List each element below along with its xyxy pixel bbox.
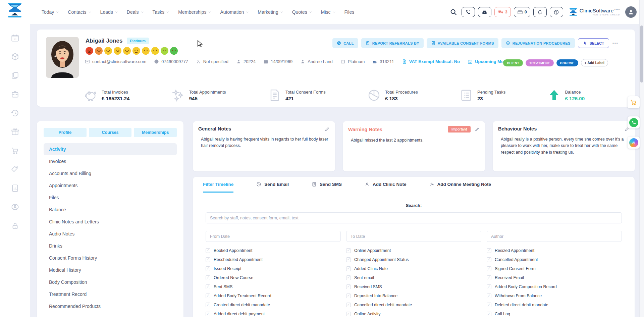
menu-item-drinks[interactable]: Drinks — [44, 240, 177, 252]
nav-deals[interactable]: Deals — [127, 9, 144, 15]
menu-item-treatment-record[interactable]: Treatment Record — [44, 288, 177, 300]
help-button[interactable] — [550, 7, 563, 17]
menu-item-body-composition[interactable]: Body Composition — [44, 276, 177, 288]
brand-logo[interactable]: ClinicSoftware.com TEN STEPS AHEAD — [569, 7, 620, 17]
filter-checkbox[interactable]: Received SMS — [346, 284, 481, 289]
account-owner[interactable]: Andree Land — [300, 59, 332, 64]
mood-7[interactable] — [142, 47, 150, 55]
tab-profile[interactable]: Profile — [44, 128, 87, 137]
mood-10[interactable] — [170, 47, 178, 55]
filter-checkbox[interactable]: Issued Receipt — [206, 266, 341, 271]
filter-checkbox[interactable]: Online Appointment — [346, 248, 481, 253]
call-button[interactable]: CALL — [332, 38, 358, 48]
cart-widget-button[interactable] — [628, 96, 640, 108]
menu-item-appointments[interactable]: Appointments — [44, 179, 177, 192]
filter-checkbox[interactable]: Deposited Into Balance — [346, 294, 481, 298]
user-avatar[interactable] — [625, 6, 637, 18]
inbox-button[interactable] — [478, 7, 491, 17]
report-referrals-button[interactable]: REPORT REFERRALS BY — [361, 38, 424, 48]
filter-checkbox[interactable]: Signed Consent Form — [487, 266, 622, 271]
to-date-input[interactable] — [346, 231, 481, 242]
ai-assistant-button[interactable]: AI — [628, 137, 640, 149]
filter-checkbox[interactable]: Online Activity — [346, 312, 481, 316]
nav-tasks[interactable]: Tasks — [153, 9, 170, 15]
rejuvenation-button[interactable]: REJUVENATION PROCEDURES — [501, 38, 575, 48]
menu-item-activity[interactable]: Activity — [44, 143, 177, 155]
mood-1[interactable] — [86, 47, 93, 55]
author-input[interactable] — [487, 231, 622, 242]
cart-icon[interactable] — [11, 146, 19, 155]
filter-checkbox[interactable]: Cancelled direct debit mandate — [346, 303, 481, 307]
mood-5[interactable] — [123, 47, 131, 55]
client-id[interactable]: 20224 — [236, 59, 256, 64]
lock-icon[interactable] — [11, 221, 19, 230]
filter-checkbox[interactable]: Added Clinic Note — [346, 266, 481, 271]
menu-item-accounts-billing[interactable]: Accounts and Billing — [44, 167, 177, 179]
search-icon[interactable] — [450, 8, 457, 16]
nav-marketing[interactable]: Marketing — [258, 9, 283, 15]
filter-checkbox[interactable]: Added Body Composition Record — [487, 284, 622, 289]
from-date-input[interactable] — [206, 231, 341, 242]
wallet-button[interactable]: 0 — [514, 7, 530, 17]
nav-quotes[interactable]: Quotes — [292, 9, 312, 15]
call-widget-button[interactable] — [628, 116, 640, 128]
nav-today[interactable]: Today — [42, 9, 59, 15]
report-icon[interactable] — [11, 184, 19, 193]
filter-checkbox[interactable]: Created direct debit manadate — [206, 303, 341, 307]
loyalty-points[interactable]: 313211 — [372, 59, 394, 64]
mood-9[interactable] — [161, 47, 168, 55]
filter-checkbox[interactable]: Received Email — [487, 275, 622, 280]
menu-item-consent-history[interactable]: Consent Forms History — [44, 252, 177, 264]
gift-icon[interactable] — [11, 127, 19, 136]
mood-3[interactable] — [104, 47, 112, 55]
label-course[interactable]: COURSE — [556, 59, 578, 66]
filter-checkbox[interactable]: Resized Appointment — [487, 248, 622, 253]
menu-item-files[interactable]: Files — [44, 192, 177, 204]
nav-automation[interactable]: Automation — [220, 9, 249, 15]
tab-filter-timeline[interactable]: Filter Timeline — [203, 177, 233, 192]
filter-checkbox[interactable]: Changed Appointment Status — [346, 257, 481, 262]
filter-checkbox[interactable]: Sent SMS — [206, 284, 341, 289]
filter-checkbox[interactable]: Call Log — [487, 312, 622, 316]
client-address[interactable]: Not specified — [196, 59, 228, 64]
tag-icon[interactable] — [11, 165, 19, 174]
tab-send-email[interactable]: Send Email — [256, 177, 289, 192]
label-client[interactable]: CLIENT — [503, 59, 523, 66]
client-dob[interactable]: 14/09/1969 — [263, 59, 292, 64]
mood-2[interactable] — [95, 47, 103, 55]
select-button[interactable]: SELECT — [578, 38, 609, 48]
menu-item-medical-history[interactable]: Medical History — [44, 264, 177, 276]
filter-checkbox[interactable]: Withdrawn From Balance — [487, 294, 622, 298]
label-treatment[interactable]: TREATMENT — [526, 59, 553, 66]
client-tier[interactable]: Platinum — [340, 59, 365, 64]
menu-item-audio-notes[interactable]: Audio Notes — [44, 228, 177, 240]
scrollbar-thumb[interactable] — [640, 25, 643, 83]
chat-button[interactable]: 3 — [494, 7, 511, 17]
copy-icon[interactable] — [11, 71, 19, 80]
package-icon[interactable] — [11, 52, 19, 61]
menu-item-invoices[interactable]: Invoices — [44, 155, 177, 167]
nav-memberships[interactable]: Memberships — [178, 9, 211, 15]
edit-icon[interactable] — [475, 127, 480, 132]
client-email[interactable]: contact@clinicsoftware.com — [85, 59, 146, 64]
calendar-icon[interactable]: 12 — [11, 34, 19, 42]
client-phone[interactable]: 07490009777 — [154, 59, 188, 64]
filter-checkbox[interactable]: Rescheduled Appointment — [206, 257, 341, 262]
filter-checkbox[interactable]: Sent email — [346, 275, 481, 280]
filter-checkbox[interactable]: Booked Appointment — [206, 248, 341, 253]
filter-checkbox[interactable]: Added Body Treatment Record — [206, 294, 341, 298]
mood-6[interactable] — [132, 47, 140, 55]
edit-icon[interactable] — [325, 126, 330, 131]
tab-add-clinic-note[interactable]: Add Clinic Note — [365, 177, 407, 192]
tab-send-sms[interactable]: Send SMS — [312, 177, 342, 192]
tab-courses[interactable]: Courses — [89, 128, 132, 137]
dialer-button[interactable] — [462, 7, 475, 17]
nav-files[interactable]: Files — [344, 9, 355, 15]
menu-item-clinic-notes[interactable]: Clinic Notes and Letters — [44, 216, 177, 228]
history-icon[interactable] — [11, 109, 19, 117]
timeline-search-input[interactable] — [206, 212, 622, 223]
filter-checkbox[interactable]: Cancelled Appointment — [487, 257, 622, 262]
nav-leads[interactable]: Leads — [100, 9, 118, 15]
app-logo[interactable] — [7, 2, 23, 18]
client-photo[interactable] — [46, 37, 79, 78]
